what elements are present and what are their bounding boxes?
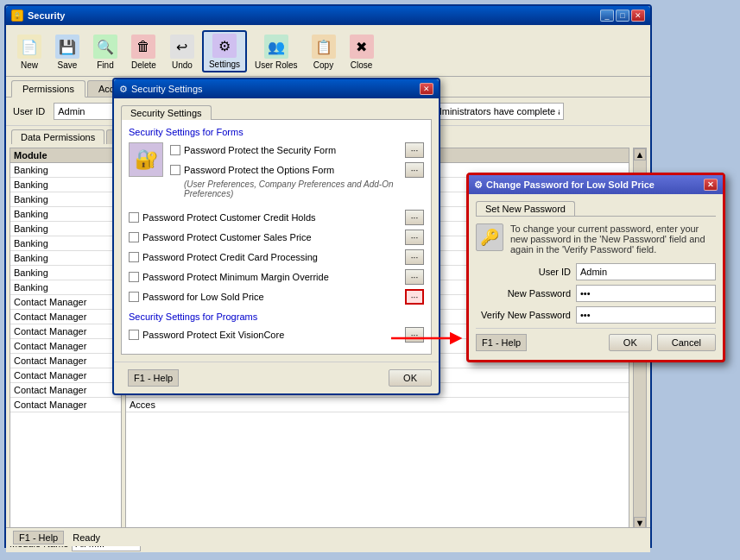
security-ok-button[interactable]: OK	[389, 369, 432, 387]
password-dialog-buttons: F1 - Help OK Cancel	[476, 328, 716, 353]
list-item[interactable]: Contact Manager	[10, 398, 121, 412]
description-input[interactable]	[426, 103, 564, 120]
protect-security-form-checkbox[interactable]	[170, 145, 180, 155]
list-item[interactable]: Banking	[10, 251, 121, 266]
setting-row: Password Protect Minimum Margin Override…	[129, 269, 424, 285]
new-button[interactable]: 📄 New	[11, 32, 47, 72]
protect-low-sold-ellipsis[interactable]: ···	[405, 289, 424, 305]
close-toolbar-label: Close	[351, 60, 373, 70]
security-f1-help[interactable]: F1 - Help	[128, 369, 179, 387]
protect-min-margin-label: Password Protect Minimum Margin Override	[142, 272, 329, 282]
pw-f1-help-button[interactable]: F1 - Help	[476, 334, 527, 351]
status-bar: F1 - Help Ready	[6, 527, 650, 546]
list-item[interactable]: Banking	[10, 178, 121, 192]
list-item[interactable]: Banking	[10, 222, 121, 236]
save-icon: 💾	[55, 35, 79, 59]
password-dialog-close[interactable]: ✕	[704, 179, 718, 191]
user-roles-label: User Roles	[255, 60, 297, 70]
list-item[interactable]: Banking	[10, 236, 121, 251]
close-toolbar-icon: ✖	[350, 35, 374, 59]
pw-cancel-button[interactable]: Cancel	[657, 334, 716, 351]
protect-exit-checkbox[interactable]	[129, 330, 139, 340]
list-item[interactable]: Contact Manager	[10, 295, 121, 310]
pw-new-password-input[interactable]	[576, 285, 716, 302]
status-text: Ready	[73, 532, 100, 543]
list-item[interactable]: Banking	[10, 280, 121, 295]
protect-credit-holds-checkbox[interactable]	[129, 212, 139, 223]
setting-row: Password Protect Customer Sales Price ··…	[129, 230, 424, 245]
list-item[interactable]: Contact Manager	[10, 354, 121, 368]
pw-ok-button[interactable]: OK	[609, 334, 652, 351]
list-item[interactable]: Banking	[10, 207, 121, 222]
password-dialog-title-bar: ⚙ Change Password for Low Sold Price ✕	[469, 175, 723, 194]
setting-row: Password Protect the Security Form ···	[170, 142, 424, 158]
access-item[interactable]: Acces	[126, 398, 629, 412]
pw-user-id-input[interactable]	[576, 263, 716, 280]
maximize-button[interactable]: □	[616, 9, 629, 22]
security-settings-tab[interactable]: Security Settings	[121, 105, 212, 120]
security-dialog-title-bar: ⚙ Security Settings ✕	[114, 79, 439, 98]
settings-button[interactable]: ⚙ Settings	[202, 30, 247, 72]
new-icon: 📄	[17, 35, 41, 59]
protect-options-form-checkbox[interactable]	[170, 165, 180, 175]
list-item[interactable]: Contact Manager	[10, 339, 121, 354]
minimize-button[interactable]: _	[600, 9, 614, 22]
find-button[interactable]: 🔍 Find	[87, 32, 123, 72]
protect-security-form-label: Password Protect the Security Form	[184, 145, 336, 155]
protect-credit-holds-ellipsis[interactable]: ···	[405, 210, 424, 225]
new-label: New	[21, 60, 38, 70]
copy-button[interactable]: 📋 Copy	[306, 32, 342, 72]
delete-button[interactable]: 🗑 Delete	[125, 32, 162, 72]
pw-user-id-label: User ID	[476, 267, 571, 277]
f1-help-button[interactable]: F1 - Help	[13, 531, 64, 544]
user-roles-button[interactable]: 👥 User Roles	[249, 32, 303, 72]
set-new-password-tab[interactable]: Set New Password	[476, 201, 575, 216]
protect-credit-card-label: Password Protect Credit Card Processing	[142, 252, 318, 262]
user-id-row: User ID	[476, 263, 716, 280]
pw-verify-password-label: Verify New Password	[476, 310, 571, 320]
undo-button[interactable]: ↩ Undo	[164, 32, 200, 72]
list-item[interactable]: Banking	[10, 163, 121, 178]
security-dialog-close[interactable]: ✕	[420, 83, 433, 95]
list-item[interactable]: Contact Manager	[10, 383, 121, 398]
security-help-label: F1 - Help	[134, 373, 173, 383]
password-dialog-icon: ⚙	[474, 179, 483, 191]
options-form-subtext: (User Preferences, Company Preferences a…	[184, 179, 424, 198]
save-button[interactable]: 💾 Save	[49, 32, 85, 72]
list-item[interactable]: Contact Manager	[10, 324, 121, 339]
protect-options-form-label: Password Protect the Options Form	[184, 165, 334, 175]
protect-credit-card-checkbox[interactable]	[129, 252, 139, 262]
scroll-up[interactable]: ▲	[634, 148, 646, 160]
close-button[interactable]: ✕	[631, 9, 645, 22]
security-dialog-buttons: F1 - Help OK	[114, 362, 439, 393]
protect-credit-card-ellipsis[interactable]: ···	[405, 249, 424, 265]
protect-security-form-ellipsis[interactable]: ···	[405, 142, 424, 158]
protect-low-sold-checkbox[interactable]	[129, 292, 139, 302]
security-dialog-icon: ⚙	[119, 84, 128, 95]
protect-options-form-ellipsis[interactable]: ···	[405, 162, 424, 178]
protect-sales-price-checkbox[interactable]	[129, 232, 139, 242]
protect-exit-ellipsis[interactable]: ···	[405, 327, 424, 343]
protect-min-margin-ellipsis[interactable]: ···	[405, 269, 424, 285]
save-label: Save	[58, 60, 78, 70]
security-tab-content: Security Settings for Forms 🔐 Password P…	[121, 119, 432, 355]
close-toolbar-button[interactable]: ✖ Close	[344, 32, 380, 72]
pw-verify-password-input[interactable]	[576, 306, 716, 324]
protect-sales-price-ellipsis[interactable]: ···	[405, 230, 424, 245]
tab-permissions[interactable]: Permissions	[11, 80, 85, 98]
tab-data-permissions[interactable]: Data Permissions	[11, 129, 104, 144]
security-settings-dialog: ⚙ Security Settings ✕ Security Settings …	[112, 78, 440, 395]
list-item[interactable]: Contact Manager	[10, 310, 121, 324]
settings-label: Settings	[209, 60, 240, 69]
protect-sales-price-label: Password Protect Customer Sales Price	[142, 232, 312, 242]
user-roles-icon: 👥	[264, 35, 288, 59]
list-item[interactable]: Contact Manager	[10, 368, 121, 383]
protect-min-margin-checkbox[interactable]	[129, 272, 139, 282]
forms-section-title: Security Settings for Forms	[129, 127, 424, 137]
main-title: Security	[28, 10, 65, 21]
find-icon: 🔍	[93, 35, 117, 59]
delete-label: Delete	[131, 60, 156, 70]
list-item[interactable]: Banking	[10, 266, 121, 280]
list-item[interactable]: Banking	[10, 192, 121, 207]
pw-help-label: F1 - Help	[482, 337, 521, 348]
